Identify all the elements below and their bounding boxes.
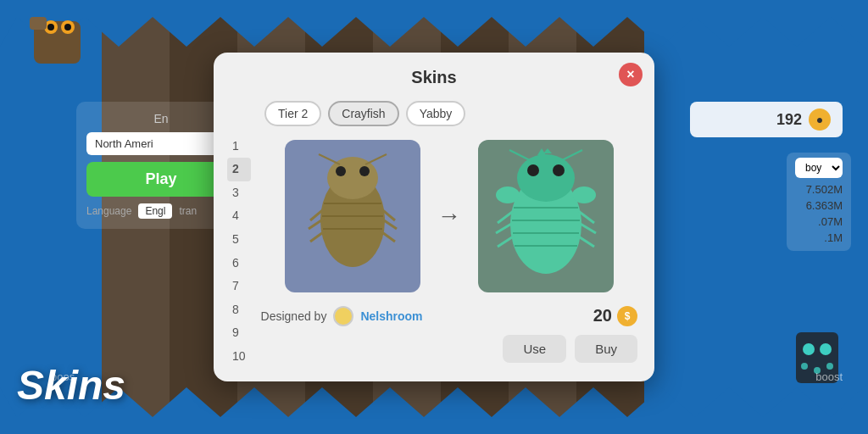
num-8[interactable]: 8	[227, 298, 251, 322]
skin-arrow: →	[437, 203, 461, 230]
num-9[interactable]: 9	[227, 321, 251, 345]
svg-point-31	[527, 164, 539, 176]
svg-point-30	[517, 154, 575, 202]
modal-backdrop: Skins × Tier 2 Crayfish Yabby 1 2 3 4 5 …	[0, 0, 868, 434]
buy-button[interactable]: Buy	[575, 335, 637, 363]
crayfish-default-svg	[302, 153, 403, 280]
price-value: 20	[593, 306, 612, 326]
tab-crayfish[interactable]: Crayfish	[328, 101, 398, 126]
num-2[interactable]: 2	[227, 158, 251, 181]
action-row: Use Buy	[258, 331, 641, 363]
svg-point-15	[327, 157, 378, 199]
num-10[interactable]: 10	[227, 345, 251, 369]
tabs-row: Tier 2 Crayfish Yabby	[214, 96, 654, 131]
price-coin-icon: $	[617, 306, 637, 326]
svg-line-27	[319, 154, 340, 164]
svg-line-44	[577, 236, 594, 247]
svg-line-43	[579, 223, 596, 233]
svg-line-46	[559, 150, 582, 162]
num-5[interactable]: 5	[227, 228, 251, 252]
designer-row: Designed by Nelshroom 20 $	[258, 301, 641, 331]
svg-point-32	[553, 164, 565, 176]
svg-line-40	[496, 223, 513, 233]
num-6[interactable]: 6	[227, 252, 251, 275]
svg-point-17	[359, 166, 370, 176]
tab-yabby[interactable]: Yabby	[406, 101, 466, 126]
num-4[interactable]: 4	[227, 204, 251, 228]
svg-line-28	[365, 154, 387, 164]
skin-card-premium	[478, 140, 614, 292]
skin-cards-row: →	[258, 131, 641, 301]
svg-point-33	[496, 186, 520, 203]
tab-tier2[interactable]: Tier 2	[264, 101, 321, 126]
svg-marker-48	[543, 148, 552, 153]
num-3[interactable]: 3	[227, 181, 251, 205]
price-row: 20 $	[593, 306, 637, 326]
num-1[interactable]: 1	[227, 135, 251, 159]
number-column: 1 2 3 4 5 6 7 8 9 10	[227, 131, 251, 369]
crayfish-premium-svg	[491, 148, 601, 284]
svg-line-45	[509, 150, 533, 162]
designer-info: Designed by Nelshroom	[261, 306, 423, 326]
modal-title: Skins	[411, 68, 456, 86]
svg-marker-47	[537, 148, 546, 155]
skin-content: →	[258, 131, 641, 369]
designed-by-label: Designed by	[261, 309, 327, 323]
modal-header: Skins ×	[214, 53, 654, 96]
designer-avatar	[333, 306, 353, 326]
svg-line-41	[498, 236, 515, 247]
modal-close-button[interactable]: ×	[619, 63, 643, 86]
svg-point-34	[572, 186, 596, 203]
modal-body: 1 2 3 4 5 6 7 8 9 10	[214, 131, 654, 382]
num-7[interactable]: 7	[227, 275, 251, 298]
skins-modal: Skins × Tier 2 Crayfish Yabby 1 2 3 4 5 …	[214, 53, 654, 382]
designer-name: Nelshroom	[360, 309, 422, 323]
skin-card-default	[285, 140, 420, 292]
svg-point-16	[336, 166, 346, 176]
use-button[interactable]: Use	[503, 335, 566, 363]
